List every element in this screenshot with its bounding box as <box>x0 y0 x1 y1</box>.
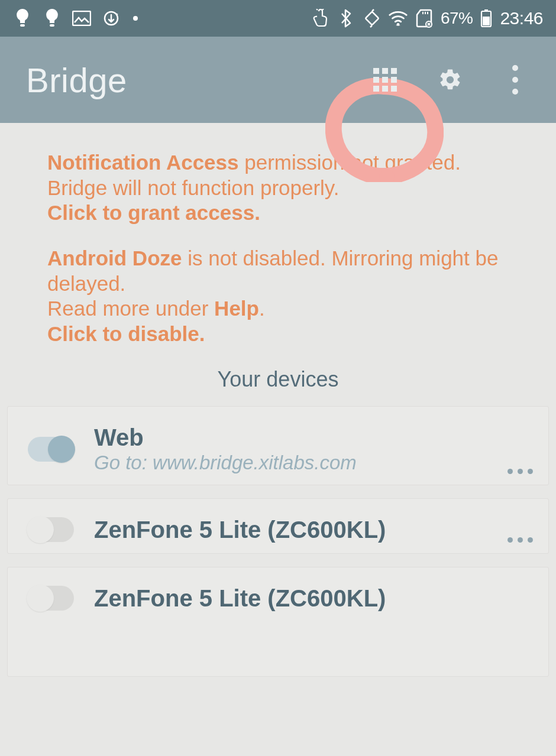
rotate-icon <box>363 9 382 28</box>
warning-bold: Notification Access <box>47 151 239 174</box>
bluetooth-icon <box>337 9 355 28</box>
svg-rect-2 <box>73 11 90 25</box>
warning-help-bold: Help <box>214 297 259 320</box>
image-icon <box>72 9 91 28</box>
device-card-zenfone-1[interactable]: ZenFone 5 Lite (ZC600KL) <box>7 498 549 554</box>
device-subtitle: Go to: www.bridge.xitlabs.com <box>94 452 357 474</box>
device-toggle[interactable] <box>28 437 74 462</box>
dot-icon <box>131 9 140 28</box>
svg-rect-5 <box>366 12 379 25</box>
devices-section-header: Your devices <box>47 367 509 392</box>
overflow-menu-button[interactable] <box>503 67 528 92</box>
warning-bold: Android Doze <box>47 246 182 270</box>
status-right-icons: 67% 23:46 <box>311 8 543 28</box>
svg-rect-9 <box>484 9 488 11</box>
doze-warning[interactable]: Android Doze is not disabled. Mirroring … <box>47 246 509 347</box>
warning-cta: Click to disable. <box>47 322 205 345</box>
warning-help-post: . <box>259 297 265 320</box>
battery-icon <box>480 9 493 28</box>
apps-grid-button[interactable] <box>373 67 397 92</box>
device-toggle[interactable] <box>28 586 74 611</box>
bulb-icon <box>13 9 32 28</box>
svg-rect-1 <box>50 24 54 27</box>
device-more-button[interactable] <box>507 537 533 543</box>
device-card-zenfone-2[interactable]: ZenFone 5 Lite (ZC600KL) <box>7 567 549 677</box>
main-content: Notification Access permission not grant… <box>0 123 556 677</box>
device-name: ZenFone 5 Lite (ZC600KL) <box>94 517 386 543</box>
page-title: Bridge <box>26 60 127 100</box>
settings-button[interactable] <box>438 67 463 92</box>
svg-rect-0 <box>20 24 25 27</box>
sync-icon <box>102 9 121 28</box>
notification-access-warning[interactable]: Notification Access permission not grant… <box>47 150 509 226</box>
sd-card-icon <box>415 9 434 28</box>
clock: 23:46 <box>500 8 543 28</box>
svg-rect-10 <box>483 17 490 25</box>
warning-help-pre: Read more under <box>47 297 214 320</box>
device-more-button[interactable] <box>507 469 533 474</box>
devices-list: Web Go to: www.bridge.xitlabs.com ZenFon… <box>5 406 551 677</box>
device-card-web[interactable]: Web Go to: www.bridge.xitlabs.com <box>7 406 549 485</box>
wifi-icon <box>389 9 408 28</box>
device-name: ZenFone 5 Lite (ZC600KL) <box>94 585 386 611</box>
device-name: Web <box>94 424 357 450</box>
grid-icon <box>373 68 397 92</box>
device-toggle[interactable] <box>28 517 74 542</box>
svg-point-4 <box>133 16 138 21</box>
vertical-dots-icon <box>512 65 518 95</box>
app-bar: Bridge <box>0 37 556 123</box>
app-bar-actions <box>373 67 538 92</box>
battery-percentage: 67% <box>441 9 473 28</box>
touch-icon <box>311 9 329 28</box>
warning-cta: Click to grant access. <box>47 201 260 224</box>
status-left-icons <box>13 9 140 28</box>
status-bar: 67% 23:46 <box>0 0 556 37</box>
bulb-icon <box>43 9 62 28</box>
gear-icon <box>438 67 463 93</box>
